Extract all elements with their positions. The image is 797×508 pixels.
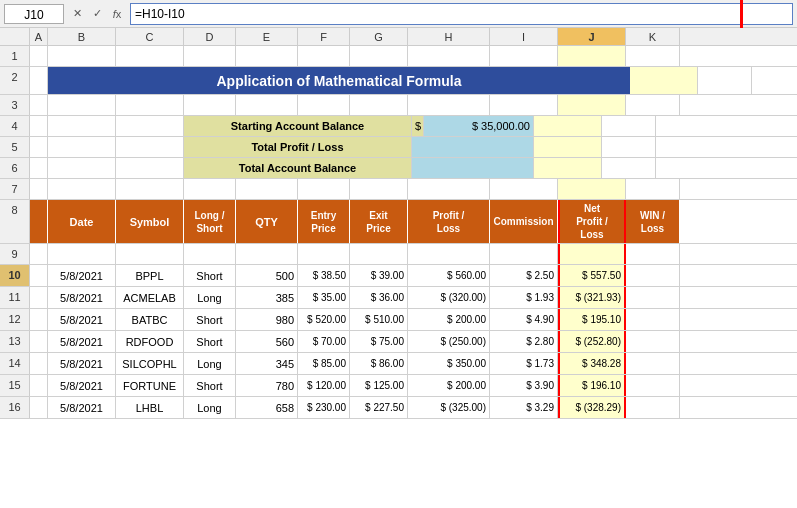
cell-a10[interactable] [30,265,48,286]
cell-symbol-10[interactable]: BPPL [116,265,184,286]
col-header-j[interactable]: J [558,28,626,45]
cell-exit-13[interactable]: $ 75.00 [350,331,408,352]
cell-c1[interactable] [116,46,184,66]
cell-commission-14[interactable]: $ 1.73 [490,353,558,374]
insert-function-icon[interactable]: fx [108,5,126,23]
cell-e3[interactable] [236,95,298,115]
cell-netprofit-14[interactable]: $ 348.28 [558,353,626,374]
cell-j9[interactable] [558,244,626,264]
cell-longshort-14[interactable]: Long [184,353,236,374]
cell-a16[interactable] [30,397,48,418]
cell-symbol-15[interactable]: FORTUNE [116,375,184,396]
cell-commission-15[interactable]: $ 3.90 [490,375,558,396]
cell-entry-15[interactable]: $ 120.00 [298,375,350,396]
cell-i1[interactable] [490,46,558,66]
cell-symbol-11[interactable]: ACMELAB [116,287,184,308]
cell-winloss-16[interactable] [626,397,680,418]
cell-a7[interactable] [30,179,48,199]
cell-g7[interactable] [350,179,408,199]
cell-f9[interactable] [298,244,350,264]
cell-winloss-11[interactable] [626,287,680,308]
cell-a4[interactable] [30,116,48,136]
cell-date-14[interactable]: 5/8/2021 [48,353,116,374]
cell-b4[interactable] [48,116,116,136]
cell-date-13[interactable]: 5/8/2021 [48,331,116,352]
cell-exit-16[interactable]: $ 227.50 [350,397,408,418]
cell-commission-16[interactable]: $ 3.29 [490,397,558,418]
cell-symbol-12[interactable]: BATBC [116,309,184,330]
cell-a3[interactable] [30,95,48,115]
cell-qty-16[interactable]: 658 [236,397,298,418]
cell-entry-12[interactable]: $ 520.00 [298,309,350,330]
cell-qty-11[interactable]: 385 [236,287,298,308]
cell-d1[interactable] [184,46,236,66]
total-balance-value[interactable] [412,158,534,178]
total-profit-value[interactable] [412,137,534,157]
col-header-i[interactable]: I [490,28,558,45]
cell-symbol-13[interactable]: RDFOOD [116,331,184,352]
cell-a11[interactable] [30,287,48,308]
cell-e9[interactable] [236,244,298,264]
cell-h9[interactable] [408,244,490,264]
cell-d7[interactable] [184,179,236,199]
cell-date-16[interactable]: 5/8/2021 [48,397,116,418]
cell-b9[interactable] [48,244,116,264]
cell-commission-12[interactable]: $ 4.90 [490,309,558,330]
cell-h7[interactable] [408,179,490,199]
col-header-g[interactable]: G [350,28,408,45]
cell-g3[interactable] [350,95,408,115]
cell-reference[interactable]: J10 [4,4,64,24]
cell-a12[interactable] [30,309,48,330]
cell-netprofit-16[interactable]: $ (328.29) [558,397,626,418]
cell-f3[interactable] [298,95,350,115]
cell-b5[interactable] [48,137,116,157]
cell-profit-12[interactable]: $ 200.00 [408,309,490,330]
cell-entry-13[interactable]: $ 70.00 [298,331,350,352]
cell-qty-15[interactable]: 780 [236,375,298,396]
cell-qty-13[interactable]: 560 [236,331,298,352]
cell-j6[interactable] [534,158,602,178]
cell-entry-10[interactable]: $ 38.50 [298,265,350,286]
cell-f1[interactable] [298,46,350,66]
cell-k5[interactable] [602,137,656,157]
cell-winloss-12[interactable] [626,309,680,330]
cell-b6[interactable] [48,158,116,178]
cell-date-15[interactable]: 5/8/2021 [48,375,116,396]
cell-d9[interactable] [184,244,236,264]
cell-k1[interactable] [626,46,680,66]
cell-exit-15[interactable]: $ 125.00 [350,375,408,396]
cell-netprofit-10[interactable]: $ 557.50 [558,265,626,286]
cell-c5[interactable] [116,137,184,157]
cell-exit-12[interactable]: $ 510.00 [350,309,408,330]
cell-a6[interactable] [30,158,48,178]
cell-longshort-10[interactable]: Short [184,265,236,286]
cell-commission-10[interactable]: $ 2.50 [490,265,558,286]
col-header-f[interactable]: F [298,28,350,45]
cell-i7[interactable] [490,179,558,199]
cell-date-11[interactable]: 5/8/2021 [48,287,116,308]
cell-a2[interactable] [30,67,48,94]
cell-h3[interactable] [408,95,490,115]
cell-longshort-13[interactable]: Short [184,331,236,352]
cell-qty-10[interactable]: 500 [236,265,298,286]
cell-j2[interactable] [630,67,698,94]
cell-g1[interactable] [350,46,408,66]
col-header-h[interactable]: H [408,28,490,45]
cell-netprofit-12[interactable]: $ 195.10 [558,309,626,330]
col-header-a[interactable]: A [30,28,48,45]
cell-c6[interactable] [116,158,184,178]
formula-input[interactable] [130,3,793,25]
cell-commission-13[interactable]: $ 2.80 [490,331,558,352]
col-header-k[interactable]: K [626,28,680,45]
cell-commission-11[interactable]: $ 1.93 [490,287,558,308]
cell-entry-16[interactable]: $ 230.00 [298,397,350,418]
cell-j1[interactable] [558,46,626,66]
cell-f7[interactable] [298,179,350,199]
cell-longshort-12[interactable]: Short [184,309,236,330]
cell-i9[interactable] [490,244,558,264]
cell-j4[interactable] [534,116,602,136]
cell-winloss-10[interactable] [626,265,680,286]
cell-qty-14[interactable]: 345 [236,353,298,374]
cell-k4[interactable] [602,116,656,136]
cell-longshort-15[interactable]: Short [184,375,236,396]
